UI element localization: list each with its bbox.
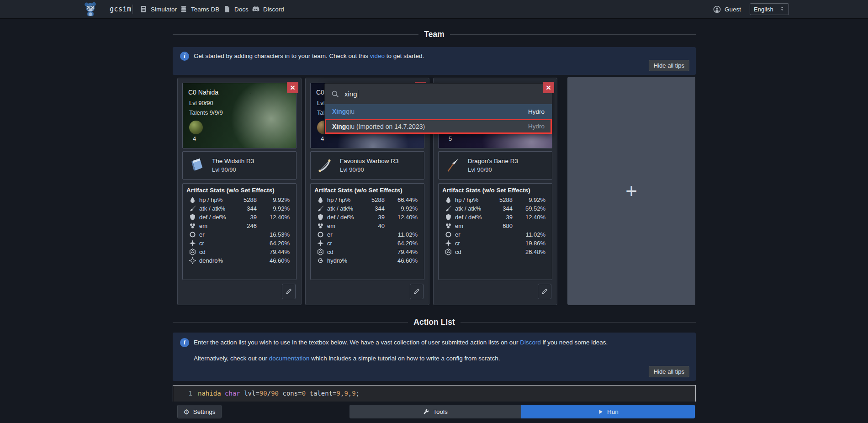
code-token	[221, 390, 225, 397]
stat-row: hp / hp%52889.92%	[442, 196, 545, 204]
settings-label: Settings	[193, 408, 216, 415]
nav-item-simulator[interactable]: Simulator	[140, 0, 177, 18]
stat-percent: 9.92%	[513, 196, 545, 203]
nav-divider	[132, 5, 133, 14]
database-icon	[180, 5, 187, 13]
team-tip-banner: i Get started by adding characters in to…	[173, 47, 696, 75]
language-select[interactable]: English	[750, 3, 789, 15]
tip-text: which includes a simple tutorial on how …	[309, 355, 500, 362]
user-guest[interactable]: Guest	[713, 0, 741, 18]
nav-item-teams-db[interactable]: Teams DB	[180, 0, 219, 18]
run-label: Run	[607, 408, 619, 415]
er-icon	[189, 231, 196, 238]
cd-icon	[189, 249, 196, 255]
stat-value: 5288	[487, 196, 513, 203]
em-icon	[445, 222, 452, 229]
hide-all-tips-button[interactable]: Hide all tips	[649, 60, 689, 71]
result-name-rest: qiu (Imported on 14.7.2023)	[346, 123, 425, 130]
stat-percent: 9.92%	[257, 205, 290, 212]
gcsim-app: gcsim Simulator Teams DB Docs Discord	[0, 0, 868, 423]
stat-percent: 12.40%	[257, 214, 290, 221]
stat-row: em40	[314, 222, 418, 230]
nav-item-docs[interactable]: Docs	[223, 0, 249, 18]
stat-label: cr	[199, 240, 231, 247]
code-content: nahida char lvl=90/90 cons=0 talent=9,9,…	[198, 389, 360, 398]
stat-value: 40	[359, 222, 385, 229]
action-tip-banner: i Enter the action list you wish to use …	[173, 333, 696, 381]
character-search-input[interactable]: xing	[325, 84, 552, 104]
weapon-box: The Widsith R3 Lvl 90/90	[182, 151, 296, 180]
artifact-stats-box: Artifact Stats (w/o Set Effects) hp / hp…	[438, 183, 552, 280]
action-tip-line1: Enter the action list you wish to use in…	[194, 339, 608, 346]
stat-percent: 12.40%	[385, 214, 418, 221]
config-editor[interactable]: 1 nahida char lvl=90/90 cons=0 talent=9,…	[173, 385, 696, 402]
stat-row: em680	[442, 222, 545, 230]
cd-icon	[317, 249, 324, 255]
run-button[interactable]: Run	[521, 405, 695, 418]
character-art: C0 Nahida Lvl 90/90 Talents 9/9/9 4	[182, 83, 296, 148]
stat-row: cr64.20%	[186, 239, 290, 248]
add-character-slot[interactable]: +	[567, 77, 695, 305]
close-icon: ×	[546, 83, 551, 93]
stat-label: def / def%	[199, 214, 231, 221]
search-icon	[331, 90, 339, 98]
stat-row: em246	[186, 222, 290, 230]
edit-character-button[interactable]	[538, 284, 551, 299]
discord-link[interactable]: Discord	[520, 339, 541, 346]
search-result-xingqiu[interactable]: Xingqiu Hydro	[325, 104, 552, 119]
tools-label: Tools	[433, 408, 448, 415]
nav-item-discord[interactable]: Discord	[252, 0, 284, 18]
cr-icon	[189, 240, 196, 247]
text-caret	[358, 90, 358, 98]
settings-button[interactable]: ⚙ Settings	[177, 405, 222, 418]
document-icon	[223, 5, 231, 13]
brand-name[interactable]: gcsim	[110, 0, 132, 18]
result-name-match: Xing	[332, 108, 346, 115]
remove-character-button[interactable]: ×	[543, 82, 554, 93]
gcsim-logo-icon[interactable]	[83, 1, 98, 17]
code-token: 9	[344, 390, 348, 397]
documentation-link[interactable]: documentation	[269, 355, 310, 362]
code-token: lvl=	[240, 390, 259, 397]
tools-button[interactable]: Tools	[349, 405, 521, 418]
play-icon	[598, 409, 603, 415]
stat-row: atk / atk%3449.92%	[186, 204, 290, 213]
code-token: char	[225, 390, 240, 397]
weapon-level: Lvl 90/90	[468, 166, 518, 173]
hide-all-tips-button[interactable]: Hide all tips	[649, 366, 689, 377]
stat-value: 344	[487, 205, 513, 212]
er-icon	[445, 231, 452, 238]
stat-label: cr	[455, 240, 487, 247]
result-element: Hydro	[528, 123, 545, 130]
stat-value: 246	[231, 222, 257, 229]
result-name-rest: qiu	[346, 108, 355, 115]
stat-percent: 46.60%	[385, 257, 418, 264]
stat-label: hp / hp%	[199, 196, 231, 203]
edit-character-button[interactable]	[282, 284, 296, 299]
weapon-name: The Widsith R3	[212, 158, 254, 164]
remove-character-button[interactable]: ×	[287, 82, 298, 93]
stat-label: em	[327, 222, 359, 229]
video-link[interactable]: video	[370, 53, 385, 59]
action-list-title: Action List	[408, 317, 460, 327]
book-weapon-icon	[189, 157, 206, 174]
search-result-xingqiu-imported[interactable]: Xingqiu (Imported on 14.7.2023) Hydro	[325, 119, 552, 134]
artifact-stats-box: Artifact Stats (w/o Set Effects) hp / hp…	[310, 183, 424, 280]
wrench-icon	[423, 408, 429, 415]
stat-row: er11.02%	[314, 230, 418, 239]
bow-weapon-icon	[317, 157, 333, 174]
tip-text: to get started.	[385, 53, 424, 59]
stat-percent: 66.44%	[385, 196, 418, 203]
artifact-stats-box: Artifact Stats (w/o Set Effects) hp / hp…	[182, 183, 296, 280]
weapon-level: Lvl 90/90	[212, 166, 254, 173]
result-name-match: Xing	[332, 123, 346, 130]
hp-icon	[317, 196, 324, 203]
artifact-count: 4	[193, 135, 196, 142]
nav-item-label: Discord	[263, 6, 284, 13]
hp-icon	[189, 196, 196, 203]
edit-character-button[interactable]	[410, 284, 423, 299]
stat-row: cd79.44%	[314, 248, 418, 256]
artifact-stats-title: Artifact Stats (w/o Set Effects)	[314, 187, 418, 194]
plus-icon: +	[625, 181, 637, 201]
nav-item-label: Simulator	[151, 6, 177, 13]
